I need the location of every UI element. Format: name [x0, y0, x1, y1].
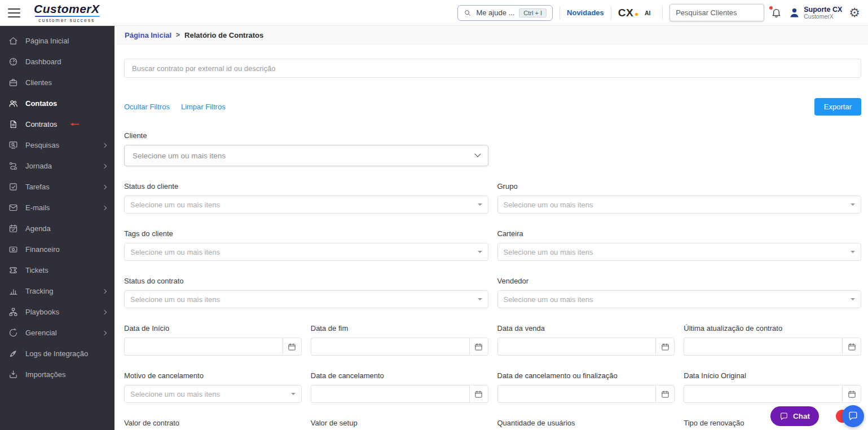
sidebar-item-importacoes[interactable]: Importações: [0, 364, 114, 385]
chevron-down-icon: [851, 203, 855, 206]
briefcase-icon: [8, 78, 18, 87]
clear-filters-link[interactable]: Limpar Filtros: [181, 103, 226, 111]
chevron-right-icon: [102, 143, 107, 147]
user-company: CustomerX: [804, 14, 842, 20]
contract-search-input[interactable]: [124, 59, 861, 78]
chevron-right-icon: [102, 289, 107, 293]
filter-data-fim: Data de fim: [311, 324, 488, 356]
sidebar-item-gerencial[interactable]: Gerencial: [0, 322, 114, 343]
chevron-down-icon: [851, 298, 855, 300]
chevron-right-icon: [102, 309, 107, 314]
user-avatar-icon: [788, 7, 800, 19]
data-cancelamento-input[interactable]: [311, 385, 469, 403]
help-search-label: Me ajude ...: [476, 8, 514, 17]
carteira-select[interactable]: Selecione um ou mais itens: [497, 243, 862, 261]
filter-label: Data Início Original: [684, 371, 861, 380]
sidebar-item-jornada[interactable]: Jornada: [0, 156, 114, 176]
annotation-arrow-icon: [70, 119, 80, 129]
filter-label: Carteira: [497, 229, 862, 238]
status-cliente-select[interactable]: Selecione um ou mais itens: [124, 196, 488, 214]
logo-subtitle: customer success: [34, 18, 100, 23]
user-menu[interactable]: Suporte CX CustomerX: [788, 6, 842, 20]
sidebar-item-pesquisas[interactable]: Pesquisas: [0, 135, 114, 156]
filter-actions: Ocultar Filtros Limpar Filtros Exportar: [124, 98, 861, 116]
sidebar-item-agenda[interactable]: Agenda: [0, 218, 114, 239]
chevron-down-icon: [478, 298, 482, 300]
logo[interactable]: CustomerX customer success: [34, 3, 100, 23]
sidebar-item-contatos[interactable]: Contatos: [0, 93, 114, 114]
orange-dot-icon: [635, 13, 638, 16]
filter-quantidade-usuarios: Quantidade de usuários Maior que: [497, 419, 675, 430]
integration-logs-icon: [8, 349, 18, 358]
menu-icon[interactable]: [8, 8, 20, 17]
calendar-icon[interactable]: [655, 385, 675, 403]
home-icon: [8, 36, 18, 46]
select-placeholder: Selecione um ou mais itens: [130, 201, 478, 209]
journey-icon: [8, 161, 18, 171]
notifications-bell-icon[interactable]: [771, 7, 782, 18]
calendar-icon[interactable]: [842, 385, 861, 403]
cx-ai-logo[interactable]: CX AI: [618, 5, 655, 21]
sidebar-item-tarefas[interactable]: Tarefas: [0, 176, 114, 197]
help-search[interactable]: Me ajude ... Ctrl + I: [457, 5, 553, 21]
sidebar-item-label: Jornada: [25, 162, 52, 170]
sidebar-item-tickets[interactable]: Tickets: [0, 260, 114, 281]
calendar-icon[interactable]: [655, 338, 675, 356]
sidebar-item-contratos[interactable]: Contratos: [0, 114, 114, 135]
motivo-cancelamento-select[interactable]: Selecione um ou mais itens: [124, 385, 302, 403]
chevron-down-icon: [478, 203, 482, 206]
filter-row-5: Data de Início Data de fim Data da venda: [124, 324, 861, 356]
novidades-link[interactable]: Novidades: [567, 8, 604, 17]
sidebar-item-dashboard[interactable]: Dashboard: [0, 51, 114, 72]
sidebar-item-clientes[interactable]: Clientes: [0, 72, 114, 93]
chevron-down-icon: [474, 151, 481, 157]
filter-label: Data da venda: [497, 324, 675, 333]
hide-filters-link[interactable]: Ocultar Filtros: [124, 103, 170, 111]
management-icon: [8, 328, 18, 338]
sidebar-item-logs-integracao[interactable]: Logs de Integração: [0, 343, 114, 364]
grupo-select[interactable]: Selecione um ou mais itens: [497, 196, 862, 214]
filter-status-cliente: Status do cliente Selecione um ou mais i…: [124, 182, 488, 214]
sidebar-item-playbooks[interactable]: Playbooks: [0, 302, 114, 322]
filter-label: Quantidade de usuários: [497, 419, 675, 427]
calendar-icon[interactable]: [469, 338, 488, 356]
chat-button[interactable]: Chat: [770, 406, 819, 426]
sidebar-item-tracking[interactable]: Tracking: [0, 281, 114, 302]
filter-valor-setup: Valor de setup Maior que: [311, 419, 488, 430]
settings-gear-icon[interactable]: ⚙: [849, 7, 860, 19]
calendar-icon[interactable]: [283, 338, 302, 356]
status-contrato-select[interactable]: Selecione um ou mais itens: [124, 290, 488, 308]
breadcrumb-home-link[interactable]: Página Inicial: [125, 31, 171, 39]
vendedor-select[interactable]: Selecione um ou mais itens: [497, 290, 862, 308]
filter-carteira: Carteira Selecione um ou mais itens: [497, 229, 862, 261]
filter-row-3: Tags do cliente Selecione um ou mais ite…: [124, 229, 861, 261]
chevron-down-icon: [851, 251, 855, 253]
filter-data-cancelamento: Data de cancelamento: [311, 371, 488, 403]
filter-data-venda: Data da venda: [497, 324, 675, 356]
sidebar-item-label: Contatos: [25, 99, 57, 108]
data-cancelamento-finalizacao-input[interactable]: [497, 385, 656, 403]
ai-logo-text: AI: [645, 10, 651, 16]
filter-grupo: Grupo Selecione um ou mais itens: [497, 182, 862, 214]
top-header: CustomerX customer success Me ajude ... …: [0, 0, 868, 26]
sidebar-item-emails[interactable]: E-mails: [0, 197, 114, 218]
user-name: Suporte CX: [804, 6, 842, 14]
client-search-input[interactable]: [669, 4, 764, 21]
data-inicio-input[interactable]: [124, 338, 283, 356]
data-fim-input[interactable]: [311, 338, 469, 356]
sidebar-item-financeiro[interactable]: Financeiro: [0, 239, 114, 260]
calendar-icon[interactable]: [842, 338, 861, 356]
chat-widget-launcher[interactable]: [842, 405, 864, 427]
sidebar-item-label: E-mails: [25, 203, 50, 212]
filter-label: Última atualização de contrato: [684, 324, 861, 333]
data-venda-input[interactable]: [497, 338, 656, 356]
cliente-select[interactable]: Selecione um ou mais itens: [124, 145, 488, 166]
export-button[interactable]: Exportar: [814, 98, 861, 116]
ultima-atualizacao-input[interactable]: [684, 338, 842, 356]
data-inicio-original-input[interactable]: [684, 385, 842, 403]
filter-label: Data de cancelamento ou finalização: [497, 371, 675, 380]
sidebar-item-pagina-inicial[interactable]: Página Inicial: [0, 30, 114, 51]
chevron-down-icon: [478, 251, 482, 253]
tags-cliente-select[interactable]: Selecione um ou mais itens: [124, 243, 488, 261]
calendar-icon[interactable]: [469, 385, 488, 403]
